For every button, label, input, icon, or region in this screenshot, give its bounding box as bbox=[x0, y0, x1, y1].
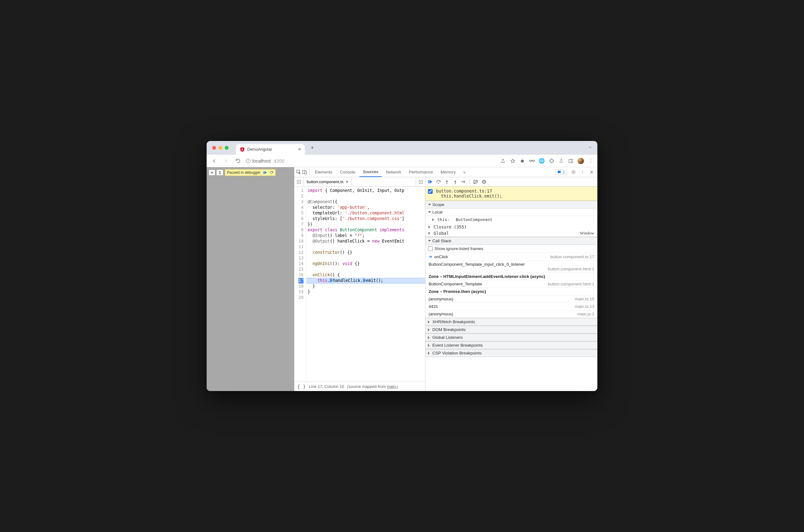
scope-section-header[interactable]: Scope bbox=[425, 201, 597, 208]
incognito-icon[interactable]: 👓 bbox=[529, 158, 535, 164]
pretty-print-icon[interactable]: { } bbox=[297, 384, 306, 390]
code-area[interactable]: import { Component, OnInit, Input, Outp@… bbox=[306, 187, 425, 382]
devtools-tab-sources[interactable]: Sources bbox=[360, 167, 382, 177]
line-number[interactable]: 10 bbox=[299, 239, 304, 244]
deactivate-breakpoints-button[interactable] bbox=[473, 179, 478, 185]
resume-mini-icon[interactable] bbox=[263, 170, 267, 175]
code-line[interactable]: } bbox=[306, 284, 425, 289]
scope-closure-row[interactable]: Closure (355) bbox=[425, 224, 597, 230]
device-toggle-icon[interactable] bbox=[302, 169, 307, 175]
line-number[interactable]: 7 bbox=[299, 222, 304, 227]
extension-icon[interactable]: ☻ bbox=[519, 158, 525, 164]
step-button[interactable] bbox=[461, 179, 466, 185]
tab-list-chevron-icon[interactable] bbox=[588, 145, 592, 151]
panel-icon[interactable] bbox=[568, 158, 574, 164]
callstack-frame[interactable]: ➔onClickbutton.component.ts:17 bbox=[425, 253, 597, 261]
overlay-plus-button[interactable]: + bbox=[209, 169, 215, 176]
scope-global-row[interactable]: GlobalWindow bbox=[425, 230, 597, 237]
devtools-tab-memory[interactable]: Memory bbox=[437, 167, 459, 177]
code-line[interactable] bbox=[306, 244, 425, 250]
devtools-menu-icon[interactable]: ⋮ bbox=[580, 169, 585, 175]
site-info-icon[interactable]: i bbox=[246, 159, 250, 163]
run-snippet-icon[interactable] bbox=[416, 177, 425, 186]
close-devtools-icon[interactable]: ✕ bbox=[589, 169, 594, 175]
show-navigator-icon[interactable] bbox=[294, 177, 304, 186]
line-number[interactable]: 5 bbox=[299, 210, 304, 216]
devtools-tab-elements[interactable]: Elements bbox=[311, 167, 336, 177]
section-header[interactable]: Global Listeners bbox=[425, 334, 597, 341]
code-line[interactable]: @Input() label = "?"; bbox=[306, 233, 425, 239]
line-number[interactable]: 19 bbox=[299, 289, 304, 295]
line-number[interactable]: 8 bbox=[299, 227, 304, 233]
line-number[interactable]: 15 bbox=[299, 267, 304, 272]
profile-avatar[interactable] bbox=[578, 158, 584, 164]
inspect-element-icon[interactable] bbox=[296, 169, 301, 175]
scope-local-header[interactable]: Local bbox=[425, 208, 597, 216]
code-line[interactable] bbox=[306, 193, 425, 199]
line-number[interactable]: 1 bbox=[299, 188, 304, 193]
code-line[interactable]: import { Component, OnInit, Input, Outp bbox=[306, 188, 425, 193]
reload-button[interactable] bbox=[234, 157, 242, 165]
close-window-button[interactable] bbox=[212, 146, 216, 150]
maximize-window-button[interactable] bbox=[225, 146, 229, 150]
close-tab-icon[interactable]: × bbox=[298, 147, 301, 152]
share-icon[interactable] bbox=[500, 158, 506, 164]
section-header[interactable]: DOM Breakpoints bbox=[425, 326, 597, 334]
breakpoint-enable-checkbox[interactable] bbox=[428, 189, 433, 194]
line-number[interactable]: 9 bbox=[299, 233, 304, 239]
show-ignored-checkbox[interactable] bbox=[428, 246, 433, 251]
code-line[interactable]: this.handleClick.emit(); bbox=[306, 278, 425, 284]
line-number-gutter[interactable]: 1234567891011121314151617181920 bbox=[294, 187, 306, 382]
code-line[interactable]: export class ButtonComponent implements bbox=[306, 227, 425, 233]
step-over-button[interactable] bbox=[436, 179, 441, 185]
resume-button[interactable] bbox=[427, 179, 433, 185]
more-panels-button[interactable]: » bbox=[460, 167, 469, 177]
line-number[interactable]: 6 bbox=[299, 216, 304, 222]
forward-button[interactable] bbox=[222, 157, 230, 165]
step-out-button[interactable] bbox=[453, 179, 458, 185]
close-file-icon[interactable]: × bbox=[346, 179, 348, 184]
devtools-tab-performance[interactable]: Performance bbox=[405, 167, 436, 177]
scope-this-row[interactable]: this: ButtonComponent bbox=[432, 217, 597, 222]
devtools-tab-network[interactable]: Network bbox=[382, 167, 405, 177]
chrome-menu-icon[interactable]: ⋮ bbox=[588, 158, 594, 164]
overlay-step-button[interactable]: 1 bbox=[217, 169, 224, 176]
labs-icon[interactable] bbox=[558, 158, 564, 164]
breakpoint-location[interactable]: button.component.ts:17 bbox=[436, 189, 594, 193]
extensions-puzzle-icon[interactable] bbox=[549, 158, 554, 164]
show-ignored-frames-row[interactable]: Show ignore-listed frames bbox=[425, 245, 597, 253]
code-line[interactable]: onClick() { bbox=[306, 272, 425, 278]
editor-file-tab[interactable]: button.component.ts × bbox=[304, 177, 352, 186]
globe-pin-icon[interactable]: 🌐 bbox=[539, 158, 544, 164]
address-bar[interactable]: i localhost:4200 bbox=[246, 158, 496, 164]
callstack-frame[interactable]: 4431main.ts:13 bbox=[425, 303, 597, 310]
browser-tab[interactable]: DemoAngular × bbox=[236, 144, 305, 155]
line-number[interactable]: 20 bbox=[299, 295, 304, 300]
issues-badge[interactable]: 1 bbox=[555, 169, 567, 175]
step-over-mini-icon[interactable] bbox=[269, 170, 273, 175]
line-number[interactable]: 16 bbox=[299, 272, 304, 278]
line-number[interactable]: 2 bbox=[299, 193, 304, 199]
devtools-tab-console[interactable]: Console bbox=[336, 167, 359, 177]
code-line[interactable] bbox=[306, 295, 425, 300]
code-line[interactable]: styleUrls: ['./button.component.css'] bbox=[306, 216, 425, 222]
code-line[interactable]: selector: 'app-button', bbox=[306, 205, 425, 210]
callstack-frame[interactable]: ButtonComponent_Templatebutton.component… bbox=[425, 280, 597, 288]
code-line[interactable]: ngOnInit(): void {} bbox=[306, 261, 425, 267]
section-header[interactable]: CSP Violation Breakpoints bbox=[425, 349, 597, 357]
pause-on-exceptions-button[interactable] bbox=[481, 179, 487, 185]
step-into-button[interactable] bbox=[444, 179, 449, 185]
line-number[interactable]: 18 bbox=[299, 284, 304, 289]
code-line[interactable]: templateUrl: './button.component.html bbox=[306, 210, 425, 216]
back-button[interactable] bbox=[210, 157, 218, 165]
line-number[interactable]: 11 bbox=[299, 244, 304, 250]
callstack-frame[interactable]: Zone – HTMLInputElement.addEventListener… bbox=[425, 273, 597, 280]
callstack-frame[interactable]: (anonymous)main.js:2 bbox=[425, 310, 597, 318]
code-line[interactable]: }) bbox=[306, 222, 425, 227]
minimize-window-button[interactable] bbox=[218, 146, 222, 150]
code-line[interactable] bbox=[306, 267, 425, 272]
code-line[interactable]: constructor() {} bbox=[306, 250, 425, 255]
section-header[interactable]: Event Listener Breakpoints bbox=[425, 341, 597, 349]
line-number[interactable]: 12 bbox=[299, 250, 304, 255]
line-number[interactable]: 3 bbox=[299, 199, 304, 205]
